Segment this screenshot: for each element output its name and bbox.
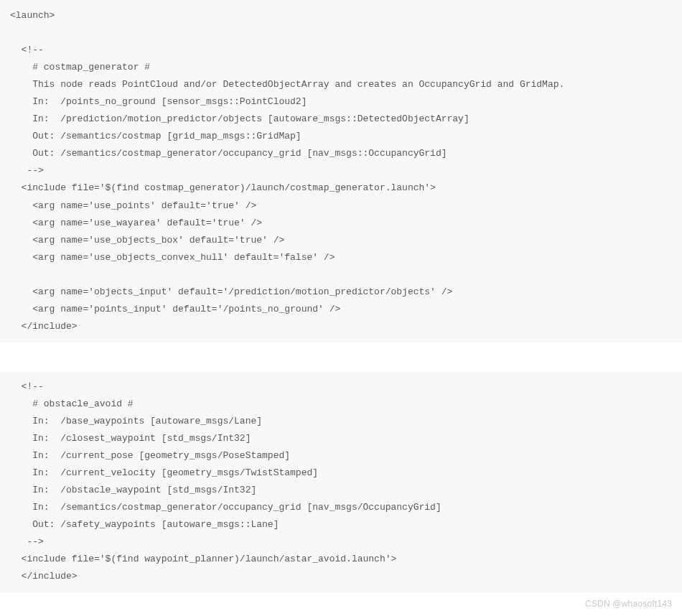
code-line: Out: /semantics/costmap_generator/occupa… [10,148,447,159]
code-line: <arg name='objects_input' default='/pred… [10,286,452,297]
code-line: In: /points_no_ground [sensor_msgs::Poin… [10,96,307,107]
code-line: </include> [10,571,78,582]
code-line: <include file='$(find costmap_generator)… [10,182,436,193]
code-block-2: <!-- # obstacle_avoid # In: /base_waypoi… [0,371,682,593]
code-line: <!-- [10,45,44,55]
code-line: <arg name='use_objects_convex_hull' defa… [10,252,335,263]
code-block-1: <launch> <!-- # costmap_generator # This… [0,0,682,342]
code-line: This node reads PointCloud and/or Detect… [10,79,564,90]
code-line: </include> [10,321,78,332]
code-line: <!-- [10,381,44,392]
code-line: Out: /semantics/costmap [grid_map_msgs::… [10,131,302,141]
code-line: Out: /safety_waypoints [autoware_msgs::L… [10,519,279,530]
block-gap [0,342,682,371]
code-line: In: /semantics/costmap_generator/occupan… [10,502,442,513]
code-line: In: /closest_waypoint [std_msgs/Int32] [10,433,251,444]
code-line: --> [10,165,44,176]
code-line: <arg name='points_input' default='/point… [10,304,340,314]
code-line: # obstacle_avoid # [10,398,134,409]
code-line: <arg name='use_wayarea' default='true' /… [10,218,262,228]
code-line: In: /base_waypoints [autoware_msgs/Lane] [10,416,262,426]
code-line: # costmap_generator # [10,62,150,73]
code-line: In: /current_pose [geometry_msgs/PoseSta… [10,450,290,461]
code-line: <arg name='use_points' default='true' /> [10,200,256,211]
code-line: <include file='$(find waypoint_planner)/… [10,554,396,564]
code-line: In: /current_velocity [geometry_msgs/Twi… [10,467,318,478]
code-line: --> [10,536,44,547]
code-line: <launch> [10,10,55,21]
code-line: In: /prediction/motion_predictor/objects… [10,113,470,124]
code-line: <arg name='use_objects_box' default='tru… [10,235,284,246]
code-line: In: /obstacle_waypoint [std_msgs/Int32] [10,485,256,495]
